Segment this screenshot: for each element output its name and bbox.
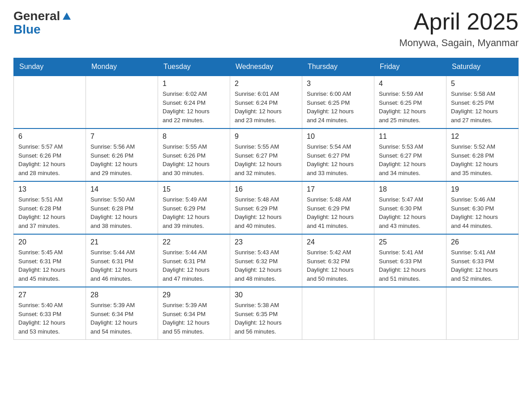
day-info-line: Sunset: 6:31 PM xyxy=(90,257,153,266)
logo: General Blue xyxy=(13,9,72,37)
day-info-line: and 56 minutes. xyxy=(235,327,297,336)
day-number: 27 xyxy=(18,291,81,299)
day-info-line: Sunrise: 5:54 AM xyxy=(307,142,369,151)
day-info-line: Daylight: 12 hours xyxy=(307,265,369,274)
calendar-cell xyxy=(86,76,158,128)
weekday-header-thursday: Thursday xyxy=(302,58,374,76)
day-info-line: Daylight: 12 hours xyxy=(235,213,297,222)
day-info-line: Sunset: 6:25 PM xyxy=(379,98,442,107)
calendar-cell: 11Sunrise: 5:53 AMSunset: 6:27 PMDayligh… xyxy=(374,128,446,181)
calendar-cell: 9Sunrise: 5:55 AMSunset: 6:27 PMDaylight… xyxy=(230,128,302,181)
weekday-header-wednesday: Wednesday xyxy=(230,58,302,76)
day-info-line: Sunrise: 5:39 AM xyxy=(90,301,153,310)
day-info-line: Daylight: 12 hours xyxy=(90,213,153,222)
day-number: 10 xyxy=(307,133,369,141)
day-info-line: Sunset: 6:32 PM xyxy=(307,257,369,266)
day-info-line: and 54 minutes. xyxy=(90,327,153,336)
day-info-line: Sunrise: 5:44 AM xyxy=(163,248,225,257)
day-number: 23 xyxy=(235,238,297,246)
calendar-cell: 14Sunrise: 5:50 AMSunset: 6:28 PMDayligh… xyxy=(86,181,158,234)
calendar-cell: 6Sunrise: 5:57 AMSunset: 6:26 PMDaylight… xyxy=(14,128,86,181)
day-info-line: Sunset: 6:25 PM xyxy=(307,98,369,107)
logo-triangle-icon xyxy=(62,11,72,22)
weekday-header-monday: Monday xyxy=(86,58,158,76)
day-info-line: Sunrise: 5:46 AM xyxy=(451,195,514,204)
day-info-line: Sunset: 6:28 PM xyxy=(451,151,514,160)
calendar-cell: 7Sunrise: 5:56 AMSunset: 6:26 PMDaylight… xyxy=(86,128,158,181)
day-info-line: Daylight: 12 hours xyxy=(235,318,297,327)
calendar-cell: 26Sunrise: 5:41 AMSunset: 6:33 PMDayligh… xyxy=(446,234,519,287)
day-number: 17 xyxy=(307,185,369,193)
calendar-cell: 25Sunrise: 5:41 AMSunset: 6:33 PMDayligh… xyxy=(374,234,446,287)
day-info-line: Daylight: 12 hours xyxy=(163,213,225,222)
calendar-cell: 2Sunrise: 6:01 AMSunset: 6:24 PMDaylight… xyxy=(230,76,302,128)
day-info-line: Daylight: 12 hours xyxy=(307,107,369,116)
day-info-line: and 40 minutes. xyxy=(235,222,297,231)
day-info-line: Daylight: 12 hours xyxy=(18,318,81,327)
day-info-line: and 47 minutes. xyxy=(163,274,225,283)
day-info-line: Sunset: 6:27 PM xyxy=(235,151,297,160)
day-info-line: and 55 minutes. xyxy=(163,327,225,336)
day-info-line: and 51 minutes. xyxy=(379,274,442,283)
day-info-line: and 48 minutes. xyxy=(235,274,297,283)
day-info-line: and 43 minutes. xyxy=(379,222,442,231)
day-info-line: Sunset: 6:28 PM xyxy=(90,204,153,213)
day-info-line: and 35 minutes. xyxy=(451,169,514,178)
day-info-line: Daylight: 12 hours xyxy=(451,265,514,274)
day-info-line: Daylight: 12 hours xyxy=(163,107,225,116)
calendar-cell: 28Sunrise: 5:39 AMSunset: 6:34 PMDayligh… xyxy=(86,287,158,340)
calendar-cell: 22Sunrise: 5:44 AMSunset: 6:31 PMDayligh… xyxy=(158,234,230,287)
day-info-line: and 50 minutes. xyxy=(307,274,369,283)
day-info-line: and 29 minutes. xyxy=(90,169,153,178)
day-info-line: and 39 minutes. xyxy=(163,222,225,231)
day-number: 3 xyxy=(307,80,369,88)
day-info-line: Sunset: 6:33 PM xyxy=(18,310,81,319)
day-info-line: and 23 minutes. xyxy=(235,116,297,125)
weekday-header-saturday: Saturday xyxy=(446,58,519,76)
day-info-line: and 22 minutes. xyxy=(163,116,225,125)
calendar-cell: 13Sunrise: 5:51 AMSunset: 6:28 PMDayligh… xyxy=(14,181,86,234)
day-info-line: Sunrise: 5:41 AM xyxy=(379,248,442,257)
day-number: 19 xyxy=(451,185,514,193)
calendar-cell: 21Sunrise: 5:44 AMSunset: 6:31 PMDayligh… xyxy=(86,234,158,287)
day-info-line: Sunrise: 5:58 AM xyxy=(451,90,514,98)
logo-text-general: General xyxy=(13,9,60,23)
calendar-cell: 27Sunrise: 5:40 AMSunset: 6:33 PMDayligh… xyxy=(14,287,86,340)
day-info-line: Sunset: 6:26 PM xyxy=(90,151,153,160)
day-number: 8 xyxy=(163,133,225,141)
day-info-line: Sunrise: 5:48 AM xyxy=(235,195,297,204)
day-number: 26 xyxy=(451,238,514,246)
day-info-line: Sunset: 6:24 PM xyxy=(163,98,225,107)
day-info-line: and 53 minutes. xyxy=(18,327,81,336)
day-info-line: Daylight: 12 hours xyxy=(163,318,225,327)
day-number: 29 xyxy=(163,291,225,299)
day-number: 15 xyxy=(163,185,225,193)
day-info-line: Sunrise: 5:56 AM xyxy=(90,142,153,151)
location-subtitle: Monywa, Sagain, Myanmar xyxy=(399,37,519,49)
day-info-line: Daylight: 12 hours xyxy=(235,160,297,169)
day-info-line: and 28 minutes. xyxy=(18,169,81,178)
day-info-line: Sunset: 6:28 PM xyxy=(18,204,81,213)
calendar-cell: 5Sunrise: 5:58 AMSunset: 6:25 PMDaylight… xyxy=(446,76,519,128)
day-info-line: Daylight: 12 hours xyxy=(90,318,153,327)
calendar-cell: 19Sunrise: 5:46 AMSunset: 6:30 PMDayligh… xyxy=(446,181,519,234)
day-info-line: Daylight: 12 hours xyxy=(18,213,81,222)
calendar-cell: 10Sunrise: 5:54 AMSunset: 6:27 PMDayligh… xyxy=(302,128,374,181)
calendar-cell: 29Sunrise: 5:39 AMSunset: 6:34 PMDayligh… xyxy=(158,287,230,340)
calendar-cell: 16Sunrise: 5:48 AMSunset: 6:29 PMDayligh… xyxy=(230,181,302,234)
calendar-cell: 20Sunrise: 5:45 AMSunset: 6:31 PMDayligh… xyxy=(14,234,86,287)
day-info-line: Daylight: 12 hours xyxy=(379,160,442,169)
calendar-cell: 24Sunrise: 5:42 AMSunset: 6:32 PMDayligh… xyxy=(302,234,374,287)
day-number: 28 xyxy=(90,291,153,299)
calendar-cell: 18Sunrise: 5:47 AMSunset: 6:30 PMDayligh… xyxy=(374,181,446,234)
day-info-line: and 33 minutes. xyxy=(307,169,369,178)
day-info-line: Sunrise: 5:42 AM xyxy=(307,248,369,257)
day-info-line: Sunset: 6:34 PM xyxy=(90,310,153,319)
day-info-line: and 37 minutes. xyxy=(18,222,81,231)
day-number: 21 xyxy=(90,238,153,246)
day-info-line: Sunset: 6:27 PM xyxy=(307,151,369,160)
day-number: 22 xyxy=(163,238,225,246)
calendar-week-row: 6Sunrise: 5:57 AMSunset: 6:26 PMDaylight… xyxy=(14,128,519,181)
day-info-line: Sunrise: 5:59 AM xyxy=(379,90,442,98)
page-header: General Blue April 2025 Monywa, Sagain, … xyxy=(13,9,519,49)
